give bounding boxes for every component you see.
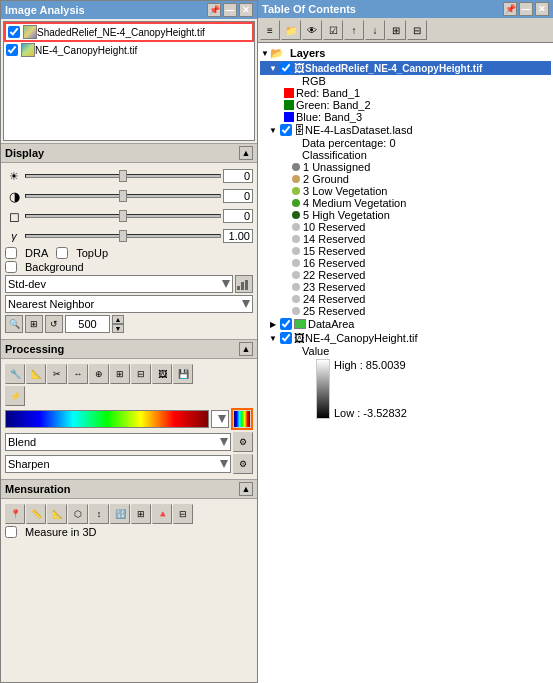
toc-visibility-btn[interactable]: 👁: [302, 20, 322, 40]
data-pct-row: Data percentage: 0: [260, 137, 551, 149]
las-expand[interactable]: ▼: [268, 125, 278, 135]
close-button[interactable]: ✕: [239, 3, 253, 17]
proc-btn-8[interactable]: 🖼: [152, 364, 172, 384]
brightness-value[interactable]: [223, 169, 253, 183]
blend-settings-btn[interactable]: ⚙: [233, 432, 253, 452]
processing-label: Processing: [5, 343, 64, 355]
proc-btn-7[interactable]: ⊟: [131, 364, 151, 384]
mens-btn-9[interactable]: ⊟: [173, 504, 193, 524]
transparency-thumb[interactable]: [119, 210, 127, 222]
histogram-button[interactable]: [235, 275, 253, 293]
proc-btn-6[interactable]: ⊞: [110, 364, 130, 384]
mens-btn-5[interactable]: ↕: [89, 504, 109, 524]
shaded-relief-layer[interactable]: ▼ 🖼 ShadedRelief_NE-4_CanopyHeight.tif: [260, 61, 551, 75]
canopy-icon: 🖼: [294, 332, 305, 344]
shaded-checkbox[interactable]: [280, 62, 292, 74]
mens-btn-3[interactable]: 📐: [47, 504, 67, 524]
legend-gradient: [316, 359, 330, 419]
canopy-checkbox[interactable]: [280, 332, 292, 344]
proc-btn-3[interactable]: ✂: [47, 364, 67, 384]
blend-dropdown[interactable]: Blend: [5, 433, 231, 451]
mens-btn-1[interactable]: 📍: [5, 504, 25, 524]
image-analysis-panel: Image Analysis 📌 — ✕ ShadedRelief_NE-4_C…: [0, 0, 258, 683]
data-area-layer[interactable]: ▶ DataArea: [260, 317, 551, 331]
color-ramp[interactable]: [5, 410, 209, 428]
sharpen-settings-btn[interactable]: ⚙: [233, 454, 253, 474]
transparency-value[interactable]: [223, 209, 253, 223]
proc-btn-5[interactable]: ⊕: [89, 364, 109, 384]
data-area-icon: [294, 319, 306, 329]
toc-minimize-button[interactable]: —: [519, 2, 533, 16]
toc-move-up-btn[interactable]: ↑: [344, 20, 364, 40]
toc-collapse-btn[interactable]: ⊟: [407, 20, 427, 40]
proc-btn-1[interactable]: 🔧: [5, 364, 25, 384]
zoom-icon[interactable]: 🔍: [5, 315, 23, 333]
proc-btn-2[interactable]: 📐: [26, 364, 46, 384]
background-checkbox[interactable]: [5, 261, 17, 273]
gamma-thumb[interactable]: [119, 230, 127, 242]
gamma-track[interactable]: [25, 234, 221, 238]
proc-btn-4[interactable]: ↔: [68, 364, 88, 384]
mens-btn-8[interactable]: 🔺: [152, 504, 172, 524]
proc-btn-9[interactable]: 💾: [173, 364, 193, 384]
canopy-expand[interactable]: ▼: [268, 333, 278, 343]
image-checkbox-1[interactable]: [8, 26, 20, 38]
mensuration-collapse[interactable]: ▲: [239, 482, 253, 496]
contrast-value[interactable]: [223, 189, 253, 203]
dra-checkbox[interactable]: [5, 247, 17, 259]
color-ramp-dropdown[interactable]: [211, 410, 229, 428]
toc-pin-button[interactable]: 📌: [503, 2, 517, 16]
red-label: Red: Band_1: [296, 87, 360, 99]
gamma-row: γ: [5, 227, 253, 245]
green-label: Green: Band_2: [296, 99, 371, 111]
data-area-expand[interactable]: ▶: [268, 319, 278, 329]
mens-btn-2[interactable]: 📏: [26, 504, 46, 524]
mens-btn-4[interactable]: ⬡: [68, 504, 88, 524]
stretch-dropdown[interactable]: Std-dev: [5, 275, 233, 293]
spin-up[interactable]: ▲: [112, 315, 124, 324]
image-item-2[interactable]: NE-4_CanopyHeight.tif: [4, 42, 254, 58]
image-checkbox-2[interactable]: [6, 44, 18, 56]
display-collapse[interactable]: ▲: [239, 146, 253, 160]
toc-close-button[interactable]: ✕: [535, 2, 549, 16]
transparency-track[interactable]: [25, 214, 221, 218]
layers-expand[interactable]: ▼: [260, 48, 270, 58]
high-veg-row: 5 High Vegetation: [260, 209, 551, 221]
shaded-expand[interactable]: ▼: [268, 63, 278, 73]
las-checkbox[interactable]: [280, 124, 292, 136]
color-picker-button[interactable]: [231, 408, 253, 430]
toc-move-down-btn[interactable]: ↓: [365, 20, 385, 40]
contrast-track[interactable]: [25, 194, 221, 198]
measure-3d-checkbox[interactable]: [5, 526, 17, 538]
minimize-button[interactable]: —: [223, 3, 237, 17]
toc-expand-btn[interactable]: ⊞: [386, 20, 406, 40]
toc-list-btn[interactable]: ≡: [260, 20, 280, 40]
spin-down[interactable]: ▼: [112, 324, 124, 333]
mens-btn-6[interactable]: 🔢: [110, 504, 130, 524]
gamma-value[interactable]: [223, 229, 253, 243]
toc-source-btn[interactable]: 📁: [281, 20, 301, 40]
brightness-thumb[interactable]: [119, 170, 127, 182]
rotate-icon[interactable]: ↺: [45, 315, 63, 333]
contrast-icon: ◑: [5, 187, 23, 205]
spin-value-input[interactable]: [65, 315, 110, 333]
processing-collapse[interactable]: ▲: [239, 342, 253, 356]
brightness-track[interactable]: [25, 174, 221, 178]
grid-icon[interactable]: ⊞: [25, 315, 43, 333]
unassigned-label: 1 Unassigned: [303, 161, 370, 173]
image-item-1[interactable]: ShadedRelief_NE-4_CanopyHeight.tif: [4, 22, 254, 42]
contrast-thumb[interactable]: [119, 190, 127, 202]
data-area-checkbox[interactable]: [280, 318, 292, 330]
image-list: ShadedRelief_NE-4_CanopyHeight.tif NE-4_…: [3, 21, 255, 141]
resample-dropdown[interactable]: Nearest Neighbor: [5, 295, 253, 313]
blend-dropdown-container: Blend: [5, 433, 231, 451]
canopy-layer[interactable]: ▼ 🖼 NE-4_CanopyHeight.tif: [260, 331, 551, 345]
proc-btn-10[interactable]: ⚡: [5, 386, 25, 406]
res16-label: 16 Reserved: [303, 257, 365, 269]
mens-btn-7[interactable]: ⊞: [131, 504, 151, 524]
sharpen-dropdown[interactable]: Sharpen: [5, 455, 231, 473]
topup-checkbox[interactable]: [56, 247, 68, 259]
las-layer[interactable]: ▼ 🗄 NE-4-LasDataset.lasd: [260, 123, 551, 137]
pin-button[interactable]: 📌: [207, 3, 221, 17]
toc-selection-btn[interactable]: ☑: [323, 20, 343, 40]
